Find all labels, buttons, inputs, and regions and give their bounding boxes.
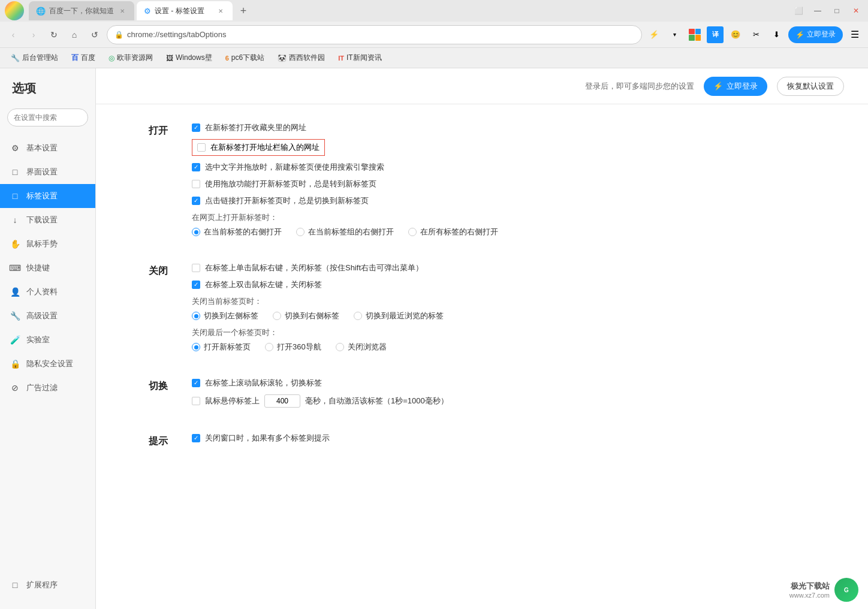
switch-section-label: 切换 — [132, 378, 168, 414]
reset-defaults-button[interactable]: 恢复默认设置 — [777, 77, 844, 96]
bookmark-pc6[interactable]: 6 pc6下载站 — [219, 50, 270, 66]
home-button[interactable]: ⌂ — [66, 26, 83, 43]
sidebar-item-shortcuts[interactable]: ⌨ 快捷键 — [0, 256, 95, 280]
tab-baidu-close[interactable]: ✕ — [117, 6, 127, 16]
sidebar-item-profile-label: 个人资料 — [26, 287, 58, 297]
sidebar-item-profile[interactable]: 👤 个人资料 — [0, 280, 95, 304]
sidebar-item-ui[interactable]: □ 界面设置 — [0, 160, 95, 184]
radio-pos-right[interactable]: 在当前标签的右侧打开 — [192, 227, 282, 237]
checkbox-close-hint-box[interactable] — [192, 434, 200, 442]
tab-settings[interactable]: ⚙ 设置 - 标签设置 ✕ — [137, 1, 233, 20]
forward-button[interactable]: › — [25, 26, 42, 43]
radio-close-left[interactable]: 切换到左侧标签 — [192, 310, 258, 321]
back-button[interactable]: ‹ — [5, 26, 22, 43]
tab-settings-title: 设置 - 标签设置 — [155, 6, 204, 16]
radio-last-close-circle — [336, 343, 344, 351]
radio-last-new[interactable]: 打开新标签页 — [192, 342, 251, 352]
close-button[interactable]: ✕ — [849, 4, 863, 18]
new-tab-button[interactable]: + — [235, 2, 252, 19]
bookmark-admin[interactable]: 🔧 后台管理站 — [5, 50, 64, 66]
sidebar-item-privacy[interactable]: 🔒 隐私安全设置 — [0, 352, 95, 376]
bookmark-it-news-label: IT新闻资讯 — [346, 53, 382, 63]
settings-search-input[interactable] — [7, 108, 88, 126]
adblock-settings-icon: ⊘ — [10, 382, 20, 393]
radio-last-close-label: 关闭浏览器 — [348, 342, 387, 352]
user-icon[interactable]: 😊 — [727, 26, 744, 43]
download-arrow-icon[interactable]: ⬇ — [768, 26, 785, 43]
bookmark-oufeiziyuan-icon: ◎ — [108, 54, 114, 62]
checkbox-close-right-click-box[interactable] — [192, 264, 200, 272]
sidebar-item-advanced[interactable]: 🔧 高级设置 — [0, 304, 95, 328]
color-grid-icon[interactable] — [686, 26, 703, 43]
switch-section-content: 在标签上滚动鼠标滚轮，切换标签 鼠标悬停标签上 毫秒，自动激活该标签（1秒=10… — [192, 378, 832, 414]
minimize-button[interactable]: — — [810, 4, 825, 18]
reload-button[interactable]: ↻ — [46, 26, 62, 43]
checkbox-open-bookmark-box[interactable] — [192, 123, 200, 132]
dropdown-icon[interactable]: ▾ — [666, 26, 683, 43]
history-back-button[interactable]: ↺ — [86, 26, 103, 43]
checkbox-open-address-highlighted: 在新标签打开地址栏输入的网址 — [192, 139, 325, 156]
radio-close-recent[interactable]: 切换到最近浏览的标签 — [354, 310, 444, 321]
sidebar-item-extensions[interactable]: □ 扩展程序 — [0, 573, 95, 597]
checkbox-open-link: 点击链接打开新标签页时，总是切换到新标签页 — [192, 195, 832, 206]
bookmark-xixi[interactable]: 🐼 西西软件园 — [272, 50, 331, 66]
current-tab-radio-group: 切换到左侧标签 切换到右侧标签 切换到最近浏览的标签 — [192, 310, 832, 321]
watermark: 极光下载站 www.xz7.com G — [789, 578, 858, 602]
checkbox-close-double-click-box[interactable] — [192, 281, 200, 289]
bookmark-it-news[interactable]: IT IT新闻资讯 — [332, 50, 387, 66]
address-security-icon: 🔒 — [114, 31, 123, 39]
pip-button[interactable]: ⬜ — [791, 4, 806, 18]
sidebar-item-adblock[interactable]: ⊘ 广告过滤 — [0, 376, 95, 400]
tab-settings-icon: ⚙ — [144, 7, 151, 16]
tabs-settings-icon: □ — [10, 191, 20, 201]
open-section-content: 在新标签打开收藏夹里的网址 在新标签打开地址栏输入的网址 选中文字并拖放时，新建… — [192, 122, 832, 243]
sidebar-item-download[interactable]: ↓ 下载设置 — [0, 208, 95, 232]
address-bar[interactable]: 🔒 chrome://settings/tabOptions — [107, 25, 642, 44]
menu-icon[interactable]: ☰ — [846, 26, 863, 43]
bookmark-xixi-icon: 🐼 — [278, 54, 287, 62]
sidebar-item-tabs[interactable]: □ 标签设置 — [0, 184, 95, 208]
bookmark-oufeiziyuan[interactable]: ◎ 欧菲资源网 — [103, 50, 159, 66]
checkbox-open-address-box[interactable] — [197, 143, 206, 152]
sidebar-item-mouse[interactable]: ✋ 鼠标手势 — [0, 232, 95, 256]
shortcuts-settings-icon: ⌨ — [10, 263, 20, 273]
radio-pos-right-label: 在当前标签的右侧打开 — [204, 227, 282, 237]
scissors-icon[interactable]: ✂ — [748, 26, 764, 43]
address-text: chrome://settings/tabOptions — [127, 30, 226, 39]
tab-baidu[interactable]: 🌐 百度一下，你就知道 ✕ — [29, 1, 134, 20]
checkbox-scroll-switch-box[interactable] — [192, 379, 200, 387]
bookmark-baidu-label: 百度 — [81, 53, 95, 63]
lightning-icon[interactable]: ⚡ — [646, 26, 662, 43]
toolbar-login-button[interactable]: ⚡ 立即登录 — [788, 26, 843, 43]
mouse-settings-icon: ✋ — [10, 239, 20, 249]
checkbox-open-search-box[interactable] — [192, 163, 200, 171]
bookmark-baidu[interactable]: 百 百度 — [65, 50, 101, 66]
sidebar-item-lab[interactable]: 🧪 实验室 — [0, 328, 95, 352]
radio-close-right-label: 切换到右侧标签 — [285, 310, 339, 321]
bookmark-baidu-icon: 百 — [71, 53, 79, 63]
tab-settings-close[interactable]: ✕ — [216, 6, 225, 16]
checkbox-open-drag-text: 使用拖放功能打开新标签页时，总是转到新标签页 — [205, 179, 376, 189]
radio-last-close[interactable]: 关闭浏览器 — [336, 342, 387, 352]
sidebar-item-basic[interactable]: ⚙ 基本设置 — [0, 136, 95, 160]
close-section-label: 关闭 — [132, 263, 168, 358]
checkbox-close-double-click-text: 在标签上双击鼠标左键，关闭标签 — [205, 279, 322, 290]
radio-last-360[interactable]: 打开360导航 — [265, 342, 321, 352]
maximize-button[interactable]: □ — [830, 4, 844, 18]
settings-header-right: 登录后，即可多端同步您的设置 ⚡ 立即登录 恢复默认设置 — [585, 77, 844, 96]
radio-close-recent-circle — [354, 312, 362, 320]
radio-pos-all-right[interactable]: 在所有标签的右侧打开 — [408, 227, 498, 237]
translate-icon[interactable]: 译 — [707, 26, 724, 43]
settings-login-button[interactable]: ⚡ 立即登录 — [704, 77, 767, 96]
hover-ms-input[interactable] — [264, 394, 300, 408]
radio-pos-group-right[interactable]: 在当前标签组的右侧打开 — [296, 227, 394, 237]
hint-section: 提示 关闭窗口时，如果有多个标签则提示 — [132, 433, 832, 450]
bookmark-windows[interactable]: 🖼 Windows壁 — [160, 50, 218, 66]
checkbox-close-hint-text: 关闭窗口时，如果有多个标签则提示 — [205, 433, 330, 444]
checkbox-hover-switch-box[interactable] — [192, 397, 200, 405]
checkbox-open-drag-box[interactable] — [192, 180, 200, 188]
checkbox-open-link-box[interactable] — [192, 197, 200, 205]
radio-close-right[interactable]: 切换到右侧标签 — [273, 310, 339, 321]
checkbox-close-hint: 关闭窗口时，如果有多个标签则提示 — [192, 433, 832, 444]
radio-last-new-circle — [192, 343, 200, 351]
